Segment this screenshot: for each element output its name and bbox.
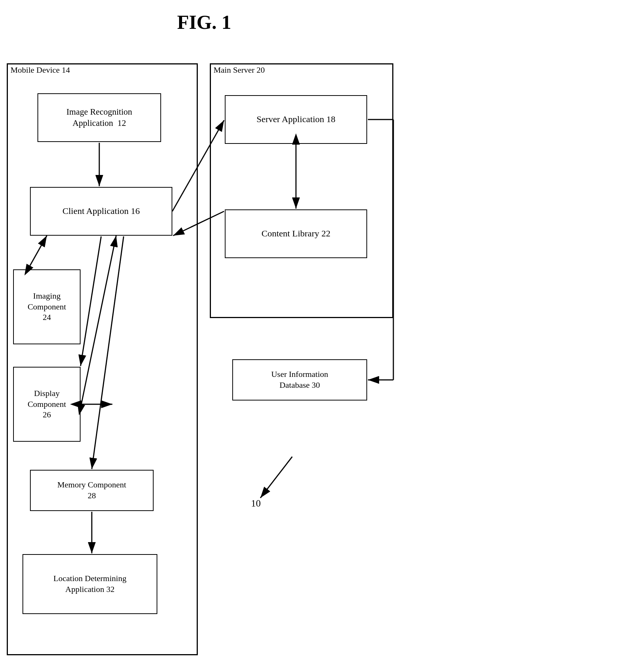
- memory-component-box: Memory Component28: [30, 470, 154, 511]
- reference-number-label: 10: [251, 498, 261, 509]
- mobile-device-label: Mobile Device 14: [10, 65, 70, 75]
- location-determining-box: Location DeterminingApplication 32: [22, 554, 157, 614]
- server-application-box: Server Application 18: [225, 95, 367, 144]
- server-application-label: Server Application 18: [257, 114, 336, 125]
- imaging-component-label: ImagingComponent24: [28, 291, 66, 323]
- diagram-area: Mobile Device 14 Main Server 20 Image Re…: [0, 41, 408, 668]
- client-application-box: Client Application 16: [30, 187, 172, 236]
- display-component-box: DisplayComponent26: [13, 367, 81, 442]
- arrow-reference: [260, 457, 292, 498]
- user-info-database-box: User InformationDatabase 30: [232, 359, 367, 401]
- main-server-label: Main Server 20: [214, 65, 265, 75]
- display-component-label: DisplayComponent26: [28, 388, 66, 420]
- content-library-box: Content Library 22: [225, 209, 367, 258]
- memory-component-label: Memory Component28: [57, 480, 126, 501]
- user-info-database-label: User InformationDatabase 30: [271, 369, 328, 390]
- client-application-label: Client Application 16: [63, 205, 140, 217]
- content-library-label: Content Library 22: [261, 228, 330, 239]
- page-title: FIG. 1: [0, 0, 408, 41]
- image-recognition-label: Image RecognitionApplication 12: [66, 106, 132, 129]
- image-recognition-box: Image RecognitionApplication 12: [37, 93, 161, 142]
- location-determining-label: Location DeterminingApplication 32: [54, 573, 127, 595]
- imaging-component-box: ImagingComponent24: [13, 269, 81, 344]
